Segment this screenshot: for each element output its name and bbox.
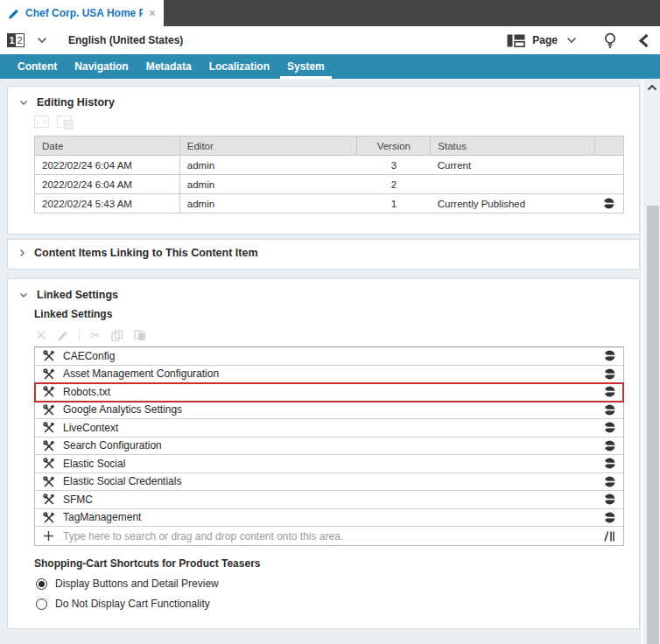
list-item[interactable]: Google Analytics Settings bbox=[35, 402, 623, 420]
version-compare-toolbar: 1 2 1 bbox=[34, 116, 639, 128]
linked-settings-list: CAEConfig Asset Management Configuration… bbox=[34, 346, 624, 546]
linked-settings-toolbar: ✂ bbox=[36, 328, 639, 342]
list-item[interactable]: Elastic Social Credentials bbox=[35, 473, 623, 492]
editing-history-header[interactable]: Editing History bbox=[8, 87, 639, 112]
paste-icon[interactable] bbox=[134, 330, 146, 341]
plus-icon[interactable] bbox=[43, 530, 54, 542]
radio-label: Display Buttons and Detail Preview bbox=[55, 578, 219, 590]
view-type-chevron-down-icon[interactable] bbox=[566, 37, 577, 44]
published-state-icon bbox=[604, 440, 615, 452]
editing-history-title: Editing History bbox=[37, 96, 115, 108]
list-item[interactable]: CAEConfig bbox=[35, 347, 623, 366]
published-state-icon bbox=[604, 458, 615, 469]
linking-items-panel: Content Items Linking to This Content It… bbox=[7, 239, 640, 270]
cell-version: 1 bbox=[357, 194, 431, 214]
cell-editor: admin bbox=[179, 194, 357, 214]
hint-lightbulb-icon[interactable] bbox=[603, 32, 617, 49]
tab-system[interactable]: System bbox=[280, 54, 332, 79]
list-item-highlighted[interactable]: Robots.txt bbox=[35, 383, 623, 402]
shopping-cart-shortcuts-heading: Shopping-Cart Shortcuts for Product Teas… bbox=[34, 557, 639, 570]
remove-icon[interactable] bbox=[36, 330, 46, 340]
collapse-panel-chevron-left-icon[interactable] bbox=[638, 33, 649, 48]
locale-variants-icon[interactable]: 12 bbox=[7, 33, 25, 47]
linked-settings-header[interactable]: Linked Settings bbox=[8, 279, 639, 304]
published-state-icon bbox=[604, 368, 615, 380]
published-state-icon bbox=[604, 422, 615, 433]
document-tab[interactable]: Chef Corp. USA Home P... × bbox=[0, 0, 164, 26]
list-item[interactable]: Search Configuration bbox=[35, 438, 623, 456]
chevron-down-icon[interactable] bbox=[19, 100, 28, 106]
tab-content[interactable]: Content bbox=[11, 54, 64, 79]
form-tab-bar: Content Navigation Metadata Localization… bbox=[0, 54, 660, 79]
settings-tools-icon bbox=[43, 476, 54, 487]
tab-navigation[interactable]: Navigation bbox=[67, 54, 135, 79]
compare-merged-icon[interactable]: 1 bbox=[57, 116, 72, 128]
col-date[interactable]: Date bbox=[35, 136, 180, 156]
published-state-icon bbox=[604, 476, 615, 487]
list-item-label: Robots.txt bbox=[63, 386, 595, 398]
col-state-icon bbox=[595, 136, 624, 156]
list-item[interactable]: Elastic Social bbox=[35, 455, 623, 473]
radio-label: Do Not Display Cart Functionality bbox=[55, 598, 210, 610]
library-icon[interactable] bbox=[603, 530, 615, 542]
cell-state bbox=[595, 156, 624, 175]
locale-chevron-down-icon[interactable] bbox=[37, 37, 47, 44]
col-editor[interactable]: Editor bbox=[179, 136, 357, 156]
list-item-label: SFMC bbox=[63, 494, 595, 506]
list-item-label: LiveContext bbox=[63, 422, 595, 434]
settings-tools-icon bbox=[43, 512, 54, 523]
search-input[interactable] bbox=[63, 530, 594, 542]
copy-icon[interactable] bbox=[111, 330, 123, 341]
document-tab-bar: Chef Corp. USA Home P... × bbox=[0, 0, 660, 26]
cell-status: Currently Published bbox=[431, 194, 595, 214]
scrollbar-up-arrow-icon[interactable] bbox=[643, 81, 660, 94]
tab-localization[interactable]: Localization bbox=[202, 54, 277, 79]
list-item-label: Elastic Social Credentials bbox=[63, 475, 595, 487]
settings-tools-icon bbox=[43, 458, 54, 469]
published-state-icon bbox=[604, 494, 615, 505]
toolbar-separator bbox=[79, 330, 80, 341]
radio-selected-icon[interactable] bbox=[36, 578, 47, 590]
edit-pencil-icon[interactable] bbox=[57, 330, 68, 341]
vertical-scrollbar[interactable] bbox=[642, 79, 660, 644]
list-item[interactable]: Asset Management Configuration bbox=[35, 366, 623, 384]
cell-date: 2022/02/24 6:04 AM bbox=[35, 156, 180, 175]
radio-option-no-cart[interactable]: Do Not Display Cart Functionality bbox=[36, 598, 639, 610]
settings-tools-icon bbox=[43, 494, 54, 505]
list-item[interactable]: SFMC bbox=[35, 491, 623, 509]
col-version[interactable]: Version bbox=[357, 136, 431, 156]
compare-side-by-side-icon[interactable]: 1 2 bbox=[34, 116, 49, 128]
tab-metadata[interactable]: Metadata bbox=[139, 54, 199, 79]
close-tab-icon[interactable]: × bbox=[149, 7, 156, 19]
cell-version: 3 bbox=[357, 156, 431, 175]
search-drop-row[interactable] bbox=[35, 527, 623, 545]
settings-tools-icon bbox=[43, 422, 54, 433]
table-header-row: Date Editor Version Status bbox=[35, 136, 624, 156]
list-item[interactable]: LiveContext bbox=[35, 419, 623, 438]
table-row[interactable]: 2022/02/24 6:04 AM admin 2 bbox=[35, 175, 624, 194]
radio-unselected-icon[interactable] bbox=[36, 598, 47, 610]
locale-label[interactable]: English (United States) bbox=[68, 34, 183, 46]
linked-settings-panel: Linked Settings Linked Settings ✂ CAECon… bbox=[7, 278, 640, 629]
table-row[interactable]: 2022/02/24 6:04 AM admin 3 Current bbox=[35, 156, 624, 175]
cell-status bbox=[431, 175, 595, 194]
list-item-label: Google Analytics Settings bbox=[63, 403, 595, 416]
linking-items-header[interactable]: Content Items Linking to This Content It… bbox=[8, 240, 639, 269]
radio-option-display-buttons[interactable]: Display Buttons and Detail Preview bbox=[36, 578, 639, 590]
table-row[interactable]: 2022/02/24 5:43 AM admin 1 Currently Pub… bbox=[35, 194, 624, 214]
list-item[interactable]: TagManagement bbox=[35, 509, 623, 528]
editing-history-panel: Editing History 1 2 1 Date Editor Versio… bbox=[7, 86, 640, 234]
linked-settings-title: Linked Settings bbox=[37, 289, 118, 301]
cut-scissors-icon[interactable]: ✂ bbox=[90, 329, 101, 341]
chevron-down-icon[interactable] bbox=[19, 292, 28, 298]
scrollbar-thumb[interactable] bbox=[647, 206, 659, 644]
list-item-label: Asset Management Configuration bbox=[63, 368, 595, 380]
view-type-label[interactable]: Page bbox=[532, 34, 558, 46]
settings-tools-icon bbox=[43, 368, 54, 380]
edit-pencil-icon bbox=[8, 8, 19, 19]
list-item-label: CAEConfig bbox=[63, 350, 595, 362]
page-layout-icon bbox=[507, 34, 525, 47]
cell-status: Current bbox=[431, 156, 595, 175]
col-status[interactable]: Status bbox=[431, 136, 595, 156]
chevron-right-icon[interactable] bbox=[19, 248, 25, 257]
